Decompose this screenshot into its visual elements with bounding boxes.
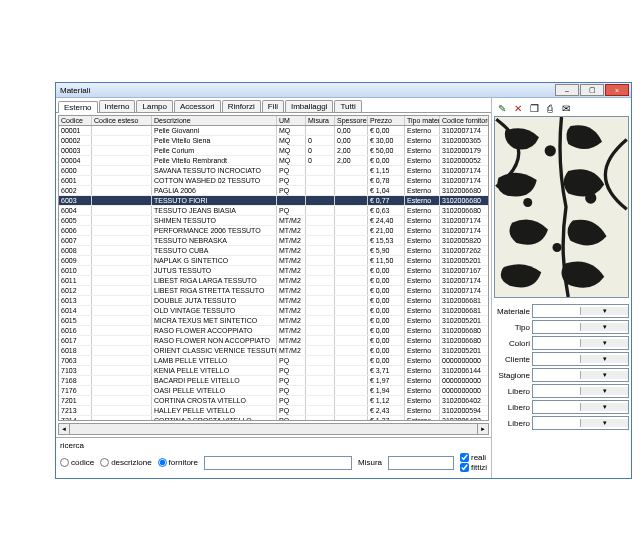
chevron-down-icon[interactable]: ▾ (580, 323, 628, 331)
radio-descrizione[interactable]: descrizione (100, 458, 151, 467)
table-row[interactable]: 6008TESSUTO CUBAMT/M2€ 5,90Esterno310200… (59, 246, 489, 256)
column-header[interactable]: Codice esteso (92, 116, 152, 126)
chevron-down-icon[interactable]: ▾ (580, 355, 628, 363)
table-row[interactable]: 7201CORTINA CROSTA VITELLOPQ€ 1,12Estern… (59, 396, 489, 406)
table-row[interactable]: 00002Pelle Vitello SienaMQ00,00€ 30,00Es… (59, 136, 489, 146)
table-row[interactable]: 7168BACARDI PELLE VITELLOPQ€ 1,97Esterno… (59, 376, 489, 386)
misura-input[interactable] (388, 456, 454, 470)
cell-descrizione: CORTINA 2 CROSTA VITELLO (152, 416, 277, 422)
table-row[interactable]: 6018ORIENT CLASSIC VERNICE TESSUTOMT/M2€… (59, 346, 489, 356)
table-row[interactable]: 7176OASI PELLE VITELLOPQ€ 1,94Esterno000… (59, 386, 489, 396)
scroll-right-icon[interactable]: ► (477, 423, 489, 435)
chevron-down-icon[interactable]: ▾ (580, 419, 628, 427)
table-row[interactable]: 7063LAMB PELLE VITELLOPQ€ 0,00Esterno000… (59, 356, 489, 366)
misura-label: Misura (358, 458, 382, 467)
tab-esterno[interactable]: Esterno (58, 101, 98, 113)
h-scrollbar[interactable]: ◄ ► (58, 423, 489, 435)
chevron-down-icon[interactable]: ▾ (580, 403, 628, 411)
filter-combo[interactable]: ▾ (532, 400, 629, 414)
tab-rinforzi[interactable]: Rinforzi (222, 100, 261, 112)
maximize-button[interactable]: ▢ (580, 84, 604, 96)
tab-imballaggi[interactable]: Imballaggi (285, 100, 333, 112)
cell-spessore: 2,00 (335, 146, 368, 156)
table-row[interactable]: 6005SHIMEN TESSUTOMT/M2€ 24,40Esterno310… (59, 216, 489, 226)
cell-misura (306, 366, 335, 376)
minimize-button[interactable]: – (555, 84, 579, 96)
table-row[interactable]: 6011LIBEST RIGA LARGA TESSUTOMT/M2€ 0,00… (59, 276, 489, 286)
filter-combo[interactable]: ▾ (532, 352, 629, 366)
close-button[interactable]: × (605, 84, 629, 96)
materials-table-container[interactable]: CodiceCodice estesoDescrizioneUMMisuraSp… (58, 115, 489, 421)
chevron-down-icon[interactable]: ▾ (580, 307, 628, 315)
filter-combo[interactable]: ▾ (532, 336, 629, 350)
chevron-down-icon[interactable]: ▾ (580, 387, 628, 395)
filter-combo[interactable]: ▾ (532, 320, 629, 334)
table-row[interactable]: 00004Pelle Vitello RembrandtMQ02,00€ 0,0… (59, 156, 489, 166)
chk-fittizi[interactable]: fittizi (460, 463, 487, 472)
search-input[interactable] (204, 456, 352, 470)
cell-cod_forn: 3102006144 (440, 366, 490, 376)
table-row[interactable]: 6006PERFORMANCE 2006 TESSUTOMT/M2€ 21,00… (59, 226, 489, 236)
table-row[interactable]: 6001COTTON WASHED 02 TESSUTOPQ€ 0,78Este… (59, 176, 489, 186)
table-row[interactable]: 6012LIBEST RIGA STRETTA TESSUTOMT/M2€ 0,… (59, 286, 489, 296)
table-row[interactable]: 6016RASO FLOWER ACCOPPIATOMT/M2€ 0,00Est… (59, 326, 489, 336)
cell-cod_forn: 3102006680 (440, 206, 490, 216)
chk-reali[interactable]: reali (460, 453, 487, 462)
radio-codice[interactable]: codice (60, 458, 94, 467)
table-row[interactable]: 6017RASO FLOWER NON ACCOPPIATOMT/M2€ 0,0… (59, 336, 489, 346)
scroll-left-icon[interactable]: ◄ (58, 423, 70, 435)
cell-codice_esteso (92, 196, 152, 206)
column-header[interactable]: UM (277, 116, 306, 126)
cell-codice_esteso (92, 366, 152, 376)
column-header[interactable]: Prezzo (368, 116, 405, 126)
edit-icon[interactable]: ✎ (496, 102, 508, 114)
tab-fili[interactable]: Fili (262, 100, 284, 112)
cell-descrizione: HALLEY PELLE VITELLO (152, 406, 277, 416)
table-row[interactable]: 6015MICRA TEXUS MET SINTETICOMT/M2€ 0,00… (59, 316, 489, 326)
cell-prezzo: € 0,00 (368, 266, 405, 276)
column-header[interactable]: Spessore (335, 116, 368, 126)
filter-combo[interactable]: ▾ (532, 384, 629, 398)
cell-prezzo: € 21,00 (368, 226, 405, 236)
delete-icon[interactable]: ✕ (512, 102, 524, 114)
radio-fornitore[interactable]: fornitore (158, 458, 198, 467)
table-row[interactable]: 6002PAGLIA 2006PQ€ 1,04Esterno3102006680 (59, 186, 489, 196)
tab-interno[interactable]: Interno (99, 100, 136, 112)
table-row[interactable]: 7214CORTINA 2 CROSTA VITELLOPQ€ 1,37Este… (59, 416, 489, 422)
chevron-down-icon[interactable]: ▾ (580, 339, 628, 347)
tab-accessori[interactable]: Accessori (174, 100, 221, 112)
table-row[interactable]: 00003Pelle CoriumMQ02,00€ 50,00Esterno31… (59, 146, 489, 156)
export-icon[interactable]: ⎙ (544, 102, 556, 114)
table-row[interactable]: 6004TESSUTO JEANS BIASIAPQ€ 0,63Esterno3… (59, 206, 489, 216)
table-row[interactable]: 6003TESSUTO FIORI€ 0,77Esterno3102006680 (59, 196, 489, 206)
column-header[interactable]: Codice (59, 116, 92, 126)
table-row[interactable]: 7103KENIA PELLE VITELLOPQ€ 3,71Esterno31… (59, 366, 489, 376)
filter-combo[interactable]: ▾ (532, 368, 629, 382)
table-row[interactable]: 6014OLD VINTAGE TESSUTOMT/M2€ 0,00Estern… (59, 306, 489, 316)
cell-prezzo: € 0,00 (368, 316, 405, 326)
filter-combo[interactable]: ▾ (532, 416, 629, 430)
filter-combo[interactable]: ▾ (532, 304, 629, 318)
cell-prezzo: € 0,00 (368, 296, 405, 306)
table-row[interactable]: 6010JUTUS TESSUTOMT/M2€ 0,00Esterno31020… (59, 266, 489, 276)
send-icon[interactable]: ✉ (560, 102, 572, 114)
cell-descrizione: Pelle Vitello Rembrandt (152, 156, 277, 166)
cell-codice: 6008 (59, 246, 92, 256)
table-row[interactable]: 6007TESSUTO NEBRASKAMT/M2€ 15,53Esterno3… (59, 236, 489, 246)
column-header[interactable]: Misura (306, 116, 335, 126)
copy-icon[interactable]: ❐ (528, 102, 540, 114)
cell-codice_esteso (92, 156, 152, 166)
table-row[interactable]: 6000SAVANA TESSUTO INCROCIATOPQ€ 1,15Est… (59, 166, 489, 176)
table-row[interactable]: 6009NAPLAK G SINTETICOMT/M2€ 11,50Estern… (59, 256, 489, 266)
tab-lampo[interactable]: Lampo (136, 100, 172, 112)
column-header[interactable]: Tipo materiale (405, 116, 440, 126)
column-header[interactable]: Descrizione (152, 116, 277, 126)
tab-tutti[interactable]: Tutti (334, 100, 361, 112)
table-row[interactable]: 7213HALLEY PELLE VITELLOPQ€ 2,43Esterno3… (59, 406, 489, 416)
column-header[interactable]: Codice fornitore (440, 116, 490, 126)
chevron-down-icon[interactable]: ▾ (580, 371, 628, 379)
cell-codice: 6011 (59, 276, 92, 286)
titlebar[interactable]: Materiali – ▢ × (56, 83, 631, 98)
table-row[interactable]: 00001Pelle GiovanniMQ0,00€ 0,00Esterno31… (59, 126, 489, 136)
table-row[interactable]: 6013DOUBLE JUTA TESSUTOMT/M2€ 0,00Estern… (59, 296, 489, 306)
